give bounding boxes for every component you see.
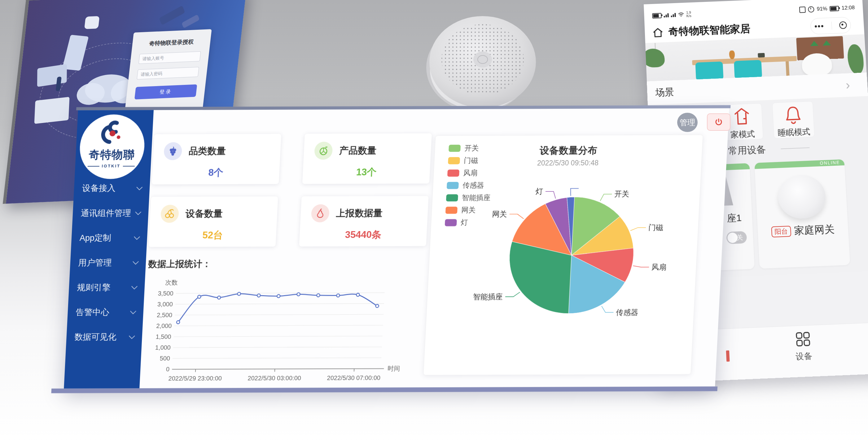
socket-power-toggle[interactable]: 关: [726, 231, 747, 244]
report-line-chart: 05001,0001,5002,0002,5003,0003,5002022/5…: [144, 268, 416, 387]
chair-shape: [734, 60, 762, 79]
signal-icon: [663, 13, 669, 17]
gateway-device-card[interactable]: ONLINE 阳台家庭网关: [754, 159, 850, 268]
miniprogram-capsule[interactable]: •••: [810, 17, 851, 34]
gateway-device-image: [777, 174, 827, 219]
svg-text:1,500: 1,500: [156, 333, 171, 340]
more-icon[interactable]: •••: [814, 21, 824, 30]
svg-text:2022/5/30 07:00:00: 2022/5/30 07:00:00: [327, 374, 380, 381]
grid-icon: [795, 331, 811, 347]
chevron-right-icon: ›: [845, 78, 850, 92]
tab-devices[interactable]: 设备: [788, 331, 819, 363]
dashboard-bottom-edge: [51, 387, 717, 393]
sleep-mode-card[interactable]: 睡眠模式: [772, 101, 815, 138]
stat-label: 产品数量: [339, 144, 377, 157]
username-field[interactable]: [138, 52, 201, 64]
plant-shape: [645, 48, 665, 68]
svg-text:传感器: 传感器: [616, 308, 639, 316]
stat-label: 品类数量: [188, 145, 226, 157]
cup-shape: [758, 53, 765, 58]
net-speed-unit: K/s: [686, 14, 691, 18]
online-banner: ONLINE: [754, 159, 844, 169]
sidebar-item-label: 设备接入: [82, 183, 116, 194]
sidebar-item-label: App定制: [79, 232, 112, 244]
manage-badge[interactable]: 管理: [677, 113, 698, 132]
svg-text:智能插座: 智能插座: [473, 292, 503, 301]
iot-dashboard: 奇特物聯 IOTKIT 设备接入 通讯组件管理 App定制 用户管理 规则引擎 …: [64, 108, 729, 388]
lime-icon: [314, 141, 333, 160]
carafe-shape: [729, 51, 735, 60]
desk-illustration: [34, 97, 70, 124]
power-icon: [714, 118, 723, 126]
svg-text:风扇: 风扇: [651, 263, 666, 271]
svg-text:2,000: 2,000: [156, 322, 172, 329]
sidebar-item-comm-components[interactable]: 通讯组件管理: [72, 200, 149, 225]
sidebar-item-rule-engine[interactable]: 规则引擎: [68, 275, 145, 300]
login-button[interactable]: 登录: [134, 84, 197, 99]
sidebar-item-user-mgmt[interactable]: 用户管理: [70, 250, 147, 275]
sidebar-item-label: 通讯组件管理: [81, 207, 131, 219]
power-toggle-button[interactable]: [707, 114, 731, 131]
stat-card-categories: 品类数量 8个: [152, 134, 281, 184]
camera-illustration: [84, 16, 100, 29]
sidebar-item-label: 规则引擎: [77, 282, 111, 293]
chevron-down-icon: [130, 308, 136, 314]
svg-text:网关: 网关: [492, 210, 507, 218]
chevron-down-icon: [129, 333, 135, 339]
stat-card-products: 产品数量 13个: [302, 133, 432, 184]
stat-value: 52台: [149, 229, 276, 242]
svg-text:3,500: 3,500: [158, 290, 174, 297]
home-icon[interactable]: [652, 27, 663, 38]
device-distribution-pie-chart: 开关门磁风扇传感器智能插座网关灯: [424, 135, 703, 375]
pear-icon: [311, 204, 330, 222]
svg-text:0: 0: [166, 366, 170, 373]
app-title: 奇特物联智能家居: [668, 22, 751, 39]
sidebar-item-data-visual[interactable]: 数据可见化: [66, 324, 143, 349]
svg-text:门磁: 门磁: [648, 223, 663, 231]
clock-time: 12:08: [841, 5, 855, 11]
stat-label: 上报数据量: [336, 207, 383, 219]
svg-text:开关: 开关: [614, 190, 629, 198]
alarm-icon: [808, 6, 814, 13]
marketing-scene: 奇特物联登录授权 登录: [0, 0, 868, 443]
sidebar: 奇特物聯 IOTKIT 设备接入 通讯组件管理 App定制 用户管理 规则引擎 …: [64, 110, 154, 388]
sidebar-item-label: 用户管理: [78, 257, 112, 268]
chair-shape: [695, 61, 723, 81]
gateway-label-row: 阳台家庭网关: [757, 222, 848, 240]
svg-text:2,500: 2,500: [157, 312, 173, 318]
stat-card-devices: 设备数量 52台: [148, 196, 278, 247]
stat-value: 8个: [152, 166, 280, 179]
common-devices-label: 常用设备: [728, 143, 766, 158]
svg-text:灯: 灯: [535, 187, 543, 195]
logo-subtitle: IOTKIT: [102, 164, 121, 168]
sleep-mode-label: 睡眠模式: [774, 126, 814, 139]
manage-label: 管理: [680, 118, 695, 128]
svg-text:1,000: 1,000: [155, 344, 171, 351]
battery-icon: [652, 13, 662, 18]
chevron-down-icon: [135, 209, 141, 215]
nfc-icon: [799, 6, 806, 13]
toggle-state-label: 关: [736, 234, 743, 241]
sidebar-item-app-custom[interactable]: App定制: [71, 225, 148, 250]
door-icon: [733, 106, 751, 127]
divider: [781, 148, 809, 149]
password-field[interactable]: [136, 67, 199, 80]
tab-me[interactable]: 我: [866, 328, 868, 359]
grapes-icon: [163, 142, 182, 160]
sidebar-menu: 设备接入 通讯组件管理 App定制 用户管理 规则引擎 告警中心 数据可见化: [66, 176, 151, 349]
satellite-panel-illustration: [182, 14, 200, 28]
close-target-icon[interactable]: [839, 21, 847, 29]
socket-label: 座1: [726, 211, 742, 225]
battery-percent: 91%: [816, 6, 828, 12]
stat-label: 设备数量: [185, 207, 223, 220]
svg-text:500: 500: [159, 355, 170, 362]
svg-text:3,000: 3,000: [157, 301, 173, 308]
logo-title: 奇特物聯: [79, 147, 144, 163]
chevron-down-icon: [131, 283, 137, 290]
sidebar-item-alert-center[interactable]: 告警中心: [67, 299, 144, 325]
online-label: ONLINE: [820, 160, 840, 166]
chevron-down-icon: [136, 184, 143, 190]
svg-text:时间: 时间: [388, 365, 400, 372]
sidebar-item-device-access[interactable]: 设备接入: [73, 176, 150, 201]
room-tag: 阳台: [771, 226, 791, 238]
